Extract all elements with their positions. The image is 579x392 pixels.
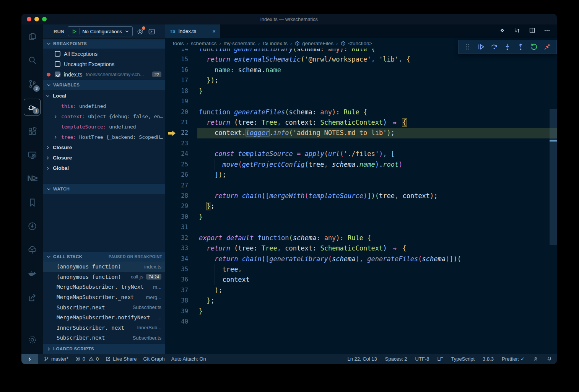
activity-bar-item-docker[interactable]	[24, 265, 41, 282]
variable-row[interactable]: context: Object {debug: false, en…	[43, 111, 165, 122]
call-stack-frame[interactable]: Subscriber.nextSubscriber.ts	[43, 333, 165, 343]
status-item-ln-22-col-13[interactable]: Ln 22, Col 13	[347, 356, 377, 362]
breakpoint-row[interactable]: index.tstools/schematics/my-sch...22	[43, 69, 165, 80]
status-item-git-graph[interactable]: Git Graph	[143, 356, 164, 362]
disconnect-icon[interactable]	[543, 42, 552, 51]
breakpoints-section-header[interactable]: BREAKPOINTS	[43, 38, 165, 49]
breakpoint-row[interactable]: All Exceptions	[43, 49, 165, 59]
scope-row[interactable]: Local	[43, 91, 165, 101]
scope-row[interactable]: Global	[43, 163, 165, 173]
line-number[interactable]: 21	[165, 117, 188, 128]
activity-bar-item-remote-explorer[interactable]	[24, 146, 41, 164]
restart-icon[interactable]	[530, 42, 538, 51]
breadcrumb-item--function-[interactable]: <function>	[340, 41, 372, 46]
continue-icon[interactable]	[477, 42, 485, 51]
tab-index-ts[interactable]: TS index.ts ×	[165, 24, 220, 38]
status-item-master-[interactable]: master*	[44, 356, 68, 362]
step-out-icon[interactable]	[516, 42, 525, 51]
activity-bar-item-nx-console[interactable]: N≥	[24, 170, 41, 187]
loaded-scripts-section-header[interactable]: LOADED SCRIPTS	[43, 343, 165, 354]
variable-row[interactable]: templateSource: undefined	[43, 122, 165, 132]
breakpoint-checkbox[interactable]	[55, 61, 60, 67]
line-number[interactable]: 34	[165, 254, 188, 264]
status-item-live-share[interactable]: Live Share	[105, 356, 137, 362]
call-stack-frame[interactable]: (anonymous function)call.js74:24	[43, 272, 165, 282]
status-item-0[interactable]: 0	[75, 356, 85, 362]
line-number[interactable]: 39	[165, 306, 188, 317]
step-into-icon[interactable]	[503, 42, 512, 51]
activity-bar-item-extensions[interactable]	[24, 122, 41, 140]
line-number[interactable]: 25	[165, 159, 188, 170]
line-number[interactable]: 15	[165, 54, 188, 65]
debug-settings-gear[interactable]	[136, 28, 144, 36]
split-editor-icon[interactable]	[529, 27, 536, 36]
start-debug-icon[interactable]	[71, 28, 77, 35]
scope-row[interactable]: Closure	[43, 153, 165, 163]
status-item-3-8-3[interactable]: 3.8.3	[483, 356, 494, 362]
close-window-button[interactable]	[27, 17, 31, 21]
line-number[interactable]: 38	[165, 296, 188, 306]
line-number[interactable]: 40	[165, 317, 188, 327]
call-stack-frame[interactable]: MergeMapSubscriber.notifyNext...	[43, 312, 165, 323]
line-number[interactable]: 37	[165, 285, 188, 296]
variable-row[interactable]: this: undefined	[43, 101, 165, 111]
activity-bar-item-search[interactable]	[24, 51, 41, 69]
line-number[interactable]: 28	[165, 191, 188, 201]
close-tab-icon[interactable]: ×	[212, 28, 216, 34]
variable-row[interactable]: tree: HostTree {_backend: ScopedH…	[43, 132, 165, 142]
open-changes-icon[interactable]	[499, 27, 506, 36]
maximize-window-button[interactable]	[42, 17, 47, 21]
minimize-window-button[interactable]	[34, 17, 39, 21]
line-number[interactable]: 17	[165, 75, 188, 86]
line-number[interactable]: 24	[165, 149, 188, 159]
launch-configuration-dropdown[interactable]: No Configurations	[68, 26, 133, 36]
variables-section-header[interactable]: VARIABLES	[43, 80, 165, 90]
breakpoint-checkbox[interactable]	[55, 51, 60, 57]
line-number[interactable]: 20	[165, 107, 188, 117]
activity-bar-item-project-manager[interactable]	[24, 288, 41, 306]
debug-console-icon[interactable]	[148, 28, 156, 36]
breadcrumb-item-schematics[interactable]: schematics	[191, 41, 217, 46]
line-number[interactable]: 30	[165, 212, 188, 222]
activity-bar-item-bookmarks[interactable]	[24, 194, 41, 211]
line-number[interactable]: 31	[165, 222, 188, 233]
activity-bar-item-gitlens[interactable]	[24, 217, 41, 235]
breadcrumb-item-my-schematic[interactable]: my-schematic	[224, 41, 255, 46]
call-stack-frame[interactable]: Subscriber.nextSubscriber.ts	[43, 302, 165, 312]
status-item-typescript[interactable]: TypeScript	[451, 356, 475, 362]
status-item-feedback[interactable]	[533, 356, 538, 362]
watch-section-header[interactable]: WATCH	[43, 184, 165, 194]
line-number[interactable]: 26	[165, 170, 188, 180]
breakpoint-row[interactable]: Uncaught Exceptions	[43, 59, 165, 69]
status-item-utf-8[interactable]: UTF-8	[415, 356, 429, 362]
breakpoint-checkbox[interactable]	[55, 72, 60, 77]
scope-row[interactable]: Closure	[43, 142, 165, 153]
line-number[interactable]: 36	[165, 275, 188, 285]
line-number[interactable]: 18	[165, 86, 188, 96]
status-item-prettier-[interactable]: Prettier: ✓	[502, 356, 525, 362]
line-number[interactable]: 33	[165, 243, 188, 254]
compare-changes-icon[interactable]	[514, 27, 521, 36]
step-over-icon[interactable]	[490, 42, 499, 51]
line-number[interactable]: 32	[165, 233, 188, 243]
activity-bar-item-test-explorer[interactable]	[24, 241, 41, 259]
call-stack-frame[interactable]: MergeMapSubscriber._tryNextm...	[43, 282, 165, 292]
status-item-bell[interactable]	[546, 356, 552, 362]
breadcrumb-item-index-ts[interactable]: TSindex.ts	[262, 41, 288, 46]
activity-bar-item-run-debug[interactable]: 1	[24, 99, 41, 115]
more-actions-icon[interactable]	[543, 27, 551, 36]
call-stack-frame[interactable]: (anonymous function)index.ts	[43, 262, 165, 272]
line-number[interactable]: 16	[165, 65, 188, 75]
line-number[interactable]: 35	[165, 264, 188, 275]
line-number[interactable]: 19	[165, 96, 188, 107]
status-item-lf[interactable]: LF	[437, 356, 443, 362]
breadcrumb-item-generateFiles[interactable]: generateFiles	[294, 41, 333, 46]
activity-bar-item-source-control[interactable]: 3	[24, 75, 41, 93]
activity-bar-item-settings[interactable]	[24, 331, 41, 348]
status-item-spaces-2[interactable]: Spaces: 2	[385, 356, 407, 362]
remote-indicator[interactable]	[21, 354, 38, 364]
status-item-0[interactable]: 0	[88, 356, 99, 362]
call-stack-frame[interactable]: InnerSubscriber._nextInnerSub...	[43, 323, 165, 333]
breadcrumb-item-tools[interactable]: tools	[173, 41, 184, 46]
line-number[interactable]: 29	[165, 201, 188, 211]
